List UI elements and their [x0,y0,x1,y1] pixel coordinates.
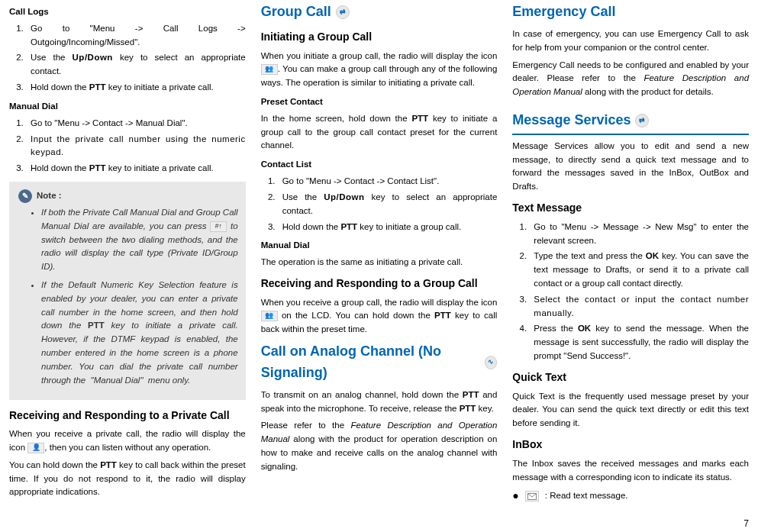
read-message-label: : Read text message. [545,489,628,503]
quick-text-p: Quick Text is the frequently used messag… [512,390,749,430]
column-1: Call Logs Go to "Menu -> Call Logs -> Ou… [6,0,253,532]
contact-list-ol: Go to "Menu -> Contact -> Contact List".… [261,175,498,234]
emergency-p1: In case of emergency, you can use Emerge… [512,27,749,55]
message-services-heading: Message Services ⇄ [512,110,749,135]
bullet-icon: ● [512,488,518,505]
message-intro: Message Services allow you to edit and s… [512,140,749,194]
list-item: Press the OK key to send the message. Wh… [529,322,749,363]
recv-private-p1: When you receive a private call, the rad… [9,427,246,455]
digital-mode-icon: ⇄ [336,5,350,19]
recv-private-heading: Receiving and Responding to a Private Ca… [9,408,246,424]
list-item: ● : Read text message. [512,488,749,505]
list-item: Input the private call number using the … [26,133,246,160]
emergency-heading: Emergency Call [512,2,749,23]
list-item: Go to "Menu -> Message -> New Msg" to en… [529,221,749,248]
list-item: Go to "Menu -> Contact -> Manual Dial". [26,117,246,131]
note-box: ✎ Note : If both the Private Call Manual… [9,182,246,400]
page-number: 7 [743,518,749,529]
init-group-heading: Initiating a Group Call [261,29,498,46]
call-logs-list: Go to "Menu -> Call Logs -> Outgoing/Inc… [9,22,246,95]
list-item: Use the Up/Down key to select an appropr… [26,51,246,79]
list-item: Use the Up/Down key to select an appropr… [278,191,498,218]
inbox-icons: ● : Read text message. [512,488,749,505]
manual-dial2-p: The operation is the same as initiating … [261,256,498,269]
note-bullet: If both the Private Call Manual Dial and… [41,206,238,274]
contact-list-heading: Contact List [261,158,498,172]
inbox-heading: InBox [512,437,749,453]
manual-dial2-heading: Manual Dial [261,239,498,253]
recv-group-heading: Receiving and Responding to a Group Call [261,276,498,292]
digital-mode-icon: ⇄ [635,114,649,127]
list-item: Go to "Menu -> Contact -> Contact List". [278,175,498,189]
init-group-p: When you initiate a group call, the radi… [261,50,498,90]
manual-dial-list: Go to "Menu -> Contact -> Manual Dial". … [9,117,246,176]
analog-p1: To transmit on an analog channel, hold d… [261,389,498,416]
list-item: Go to "Menu -> Call Logs -> Outgoing/Inc… [26,22,246,50]
read-message-icon [525,491,539,501]
emergency-p2: Emergency Call needs to be configured an… [512,59,749,99]
hash-up-key-icon: #↑ [210,221,227,232]
column-2: Group Call ⇄ Initiating a Group Call Whe… [253,0,505,532]
preset-contact-p: In the home screen, hold down the PTT ke… [261,112,498,153]
list-item: Select the contact or input the contact … [529,293,749,321]
call-logs-heading: Call Logs [9,5,246,19]
manual-dial-heading: Manual Dial [9,100,246,114]
list-item: Hold down the PTT key to initiate a grou… [278,221,498,234]
column-3: Emergency Call In case of emergency, you… [505,0,752,532]
recv-group-p: When you receive a group call, the radio… [261,296,498,337]
quick-text-heading: Quick Text [512,369,749,386]
note-bullet: If the Default Numeric Key Selection fea… [41,279,238,388]
group-call-icon: 👥 [261,64,278,75]
preset-contact-heading: Preset Contact [261,95,498,109]
list-item: Hold down the PTT key to initiate a priv… [26,81,246,95]
recv-private-p2: You can hold down the PTT key to call ba… [9,459,246,499]
text-message-heading: Text Message [512,200,749,217]
inbox-p: The Inbox saves the received messages an… [512,457,749,485]
group-call-heading: Group Call ⇄ [261,2,498,23]
text-message-list: Go to "Menu -> Message -> New Msg" to en… [512,221,749,363]
list-item: Hold down the PTT key to initiate a priv… [26,162,246,176]
group-call-incoming-icon: 👥 [261,311,278,321]
list-item: Type the text and press the OK key. You … [529,250,749,290]
private-call-icon: 👤 [27,443,44,453]
analog-p2: Please refer to the Feature Description … [261,419,498,473]
note-label: Note : [37,189,62,203]
note-icon: ✎ [18,189,32,203]
analog-mode-icon: ∿ [485,356,497,369]
analog-heading: Call on Analog Channel (No Signaling) ∿ [261,341,498,384]
